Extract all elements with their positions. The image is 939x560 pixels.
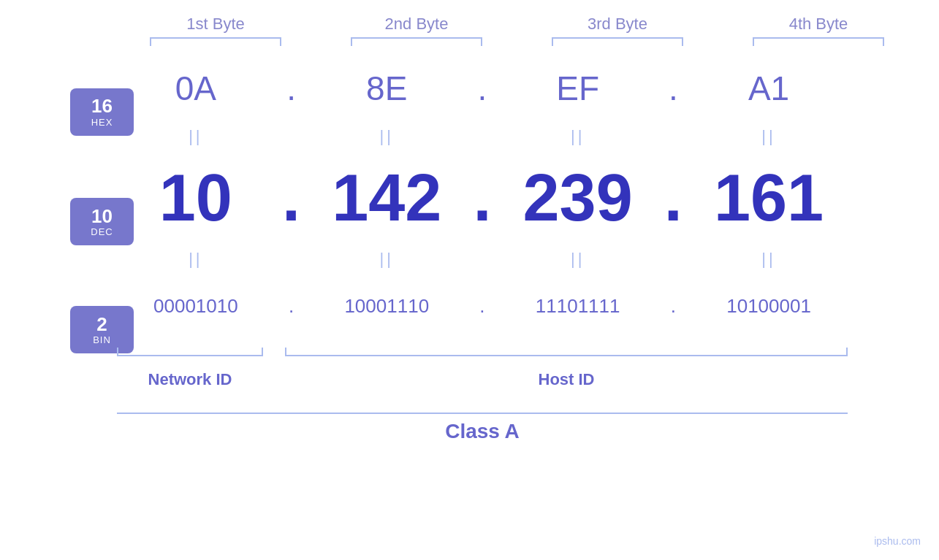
- dec-dot-1: .: [281, 161, 303, 236]
- equals-1-b4: ||: [696, 127, 842, 146]
- network-id-label: Network ID: [117, 370, 263, 389]
- network-host-labels: Network ID Host ID: [117, 370, 848, 389]
- class-section-row: Class A: [0, 399, 939, 443]
- equals-2-b1: ||: [123, 250, 269, 269]
- dec-dot-3: .: [662, 161, 684, 236]
- equals-2-b3: ||: [505, 250, 651, 269]
- bin-byte-1: 00001010: [123, 295, 269, 318]
- equals-hex-dec-row: || || || ||: [0, 123, 939, 150]
- class-section: Class A: [117, 413, 848, 443]
- bottom-brackets-section: [0, 342, 939, 357]
- equals-row-2: || || || ||: [117, 247, 848, 272]
- equals-1-b3: ||: [505, 127, 651, 146]
- dec-byte-1: 10: [123, 161, 269, 236]
- byte-headers-row: 1st Byte 2nd Byte 3rd Byte 4th Byte: [115, 15, 919, 34]
- bin-byte-3: 11101111: [505, 295, 651, 318]
- bin-values-row: 00001010 . 10001110 . 11101111 . 1010000…: [117, 295, 848, 318]
- rows-container: 16 HEX 0A . 8E . EF . A1 || || ||: [0, 53, 939, 443]
- equals-1-b2: ||: [313, 127, 460, 146]
- dec-row: 10 DEC 10 . 142 . 239 . 161: [0, 150, 939, 245]
- hex-base-num: 16: [91, 96, 113, 117]
- class-label: Class A: [117, 420, 848, 443]
- hex-byte-2: 8E: [313, 69, 460, 108]
- hex-row: 16 HEX 0A . 8E . EF . A1: [0, 53, 939, 123]
- bin-dot-2: .: [471, 295, 493, 318]
- main-container: 1st Byte 2nd Byte 3rd Byte 4th Byte 16 H…: [0, 0, 939, 560]
- byte-header-1: 1st Byte: [142, 15, 289, 34]
- top-brackets-row: [115, 37, 919, 46]
- bin-byte-2: 10001110: [313, 295, 460, 318]
- network-host-labels-row: Network ID Host ID: [0, 363, 939, 392]
- dec-byte-3: 239: [505, 161, 651, 236]
- hex-values-row: 0A . 8E . EF . A1: [117, 69, 848, 108]
- bin-byte-4: 10100001: [696, 295, 842, 318]
- hex-dot-1: .: [281, 69, 303, 108]
- equals-1-b1: ||: [123, 127, 269, 146]
- dec-base-name: DEC: [91, 226, 113, 237]
- host-bracket: [285, 348, 848, 356]
- bottom-brackets: [117, 348, 848, 356]
- top-bracket-2: [351, 37, 482, 46]
- dec-base-label: 10 DEC: [70, 198, 134, 245]
- watermark: ipshu.com: [874, 535, 921, 547]
- byte-header-3: 3rd Byte: [544, 15, 691, 34]
- equals-row-1: || || || ||: [117, 124, 848, 150]
- equals-dec-bin-row: || || || ||: [0, 245, 939, 273]
- equals-2-b4: ||: [696, 250, 842, 269]
- hex-byte-4: A1: [696, 69, 842, 108]
- hex-byte-1: 0A: [123, 69, 269, 108]
- hex-byte-3: EF: [505, 69, 651, 108]
- hex-dot-3: .: [662, 69, 684, 108]
- class-bracket-line: [117, 413, 848, 414]
- top-bracket-3: [552, 37, 683, 46]
- dec-values-row: 10 . 142 . 239 . 161: [117, 161, 848, 236]
- dec-dot-2: .: [471, 161, 493, 236]
- top-bracket-1: [150, 37, 281, 46]
- bin-dot-3: .: [662, 295, 684, 318]
- bin-row: 2 BIN 00001010 . 10001110 . 11101111 . 1…: [0, 273, 939, 339]
- byte-header-4: 4th Byte: [745, 15, 892, 34]
- equals-2-b2: ||: [313, 250, 460, 269]
- bin-base-num: 2: [96, 314, 107, 335]
- hex-dot-2: .: [471, 69, 493, 108]
- dec-base-num: 10: [91, 206, 113, 227]
- byte-header-2: 2nd Byte: [343, 15, 490, 34]
- dec-byte-4: 161: [696, 161, 842, 236]
- bin-dot-1: .: [281, 295, 303, 318]
- dec-byte-2: 142: [313, 161, 460, 236]
- network-bracket: [117, 348, 263, 356]
- host-id-label: Host ID: [285, 370, 848, 389]
- top-bracket-4: [753, 37, 884, 46]
